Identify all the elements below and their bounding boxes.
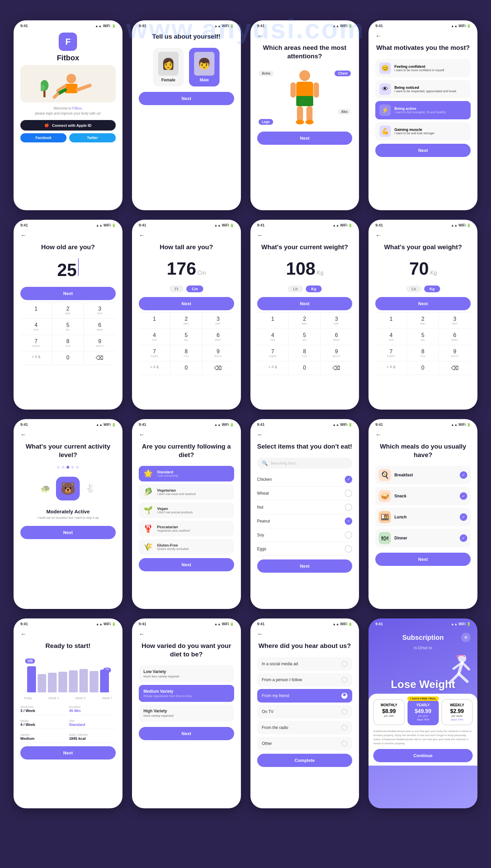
back-arrow-14[interactable]: ← [139,631,234,638]
back-arrow-6[interactable]: ← [139,232,234,239]
diet-gluten-free[interactable]: 🌾 Gluten-Free Gluten strictly excluded [139,539,234,555]
screen5-next-button[interactable]: Next [20,287,116,300]
meal-check-lunch[interactable]: ✓ [460,513,467,521]
screen2-next-button[interactable]: Next [139,92,234,105]
key-9[interactable]: 9WXYZ [84,335,116,351]
food-nut[interactable]: Nut [257,500,353,514]
key-4[interactable]: 4GHI [20,319,52,335]
food-search-bar[interactable]: 🔍 Searching food... [257,458,353,469]
meal-breakfast[interactable]: 🍳 Breakfast ✓ [375,466,471,484]
food-eggs[interactable]: Eggs [257,542,353,556]
meal-check-breakfast[interactable]: ✓ [460,471,467,479]
food-check-nut[interactable] [345,504,352,511]
key-2[interactable]: 2ABC [52,302,84,319]
motivation-item-2[interactable]: 👁 Being noticed I want to be respected, … [375,80,471,98]
screen8-next-button[interactable]: Next [375,297,471,310]
variety-medium[interactable]: Medium Variety Rotate ingredients from t… [139,685,234,702]
back-arrow-4[interactable]: ← [375,33,471,40]
key-7[interactable]: 7PQRS [20,335,52,351]
key-1[interactable]: 1 [20,302,52,319]
screen15-complete-button[interactable]: Complete [257,754,353,767]
facebook-button[interactable]: Facebook [20,133,67,142]
screen6-next-button[interactable]: Next [139,297,234,310]
subscription-continue-button[interactable]: Continue [373,749,473,762]
food-check-soy[interactable] [345,531,352,539]
food-peanut[interactable]: Peanut ✓ [257,514,353,528]
abs-tag[interactable]: Abs [338,109,351,115]
screen11-next-button[interactable]: Next [257,559,353,573]
goal-lb-btn[interactable]: Lb [406,285,421,292]
meal-check-dinner[interactable]: ✓ [460,534,467,542]
back-arrow-10[interactable]: ← [139,431,234,438]
sub-plan-monthly[interactable]: MONTHLY $8.99 per 28th [373,699,404,725]
food-check-wheat[interactable] [345,490,352,497]
meal-dinner[interactable]: 🍽 Dinner ✓ [375,529,471,547]
subscription-close-button[interactable]: ✕ [461,633,471,642]
chest-tag[interactable]: Chest [335,71,351,76]
gender-male-card[interactable]: 👦 Male [189,48,220,86]
key-backspace[interactable]: ⌫ [84,351,116,365]
meal-snack[interactable]: 🥪 Snack ✓ [375,487,471,505]
back-arrow-7[interactable]: ← [257,232,353,239]
back-arrow-3[interactable]: ← [257,33,353,40]
key-special[interactable]: + # & [20,351,52,365]
food-check-peanut[interactable]: ✓ [345,517,352,525]
food-soy[interactable]: Soy [257,528,353,542]
screen12-next-button[interactable]: Next [375,553,471,566]
motivation-item-3[interactable]: ⚡ Being active I want to feel energetic,… [375,101,471,119]
variety-high[interactable]: High Variety More variety expected [139,705,234,722]
source-other[interactable]: Other [257,737,353,750]
screen10-next-button[interactable]: Next [139,558,234,571]
food-check-eggs[interactable] [345,545,352,553]
gender-female-card[interactable]: 👩 Female [153,48,184,86]
sub-plan-weekly[interactable]: WEEKLY $2.99 per week Save 70% [441,699,473,725]
height-ft-btn[interactable]: Ft [169,285,184,292]
motivation-item-4[interactable]: 💪 Gaining muscle I want to be and look s… [375,122,471,140]
diet-vegetarian[interactable]: 🥬 Vegetarian I don't eat meat and seafoo… [139,484,234,500]
diet-vegan[interactable]: 🌱 Vegan I don't eat animal products [139,502,234,518]
screen7-next-button[interactable]: Next [257,297,353,310]
weight-kg-btn[interactable]: Kg [306,285,322,292]
screen4-next-button[interactable]: Next [375,144,471,157]
arms-tag[interactable]: Arms [259,71,274,76]
back-arrow-12[interactable]: ← [375,431,471,438]
back-arrow-13[interactable]: ← [20,631,116,638]
motivation-item-1[interactable]: 😊 Feeling confident I want to be more co… [375,59,471,77]
food-wheat[interactable]: Wheat [257,487,353,500]
screen13-next-button[interactable]: Next [20,746,116,760]
back-arrow-5[interactable]: ← [20,232,116,239]
weight-lb-btn[interactable]: Lb [288,285,303,292]
food-chicken[interactable]: Chicken ✓ [257,473,353,487]
key-5[interactable]: 5JKL [52,319,84,335]
source-social-media[interactable]: In a social media ad [257,657,353,671]
meal-lunch[interactable]: 🍱 Lunch ✓ [375,508,471,526]
source-tv[interactable]: On TV [257,705,353,718]
source-person-follow[interactable]: From a person I follow [257,673,353,687]
variety-low[interactable]: Low Variety Much less variety required [139,665,234,682]
stat-diet: Diet Standard [69,717,115,729]
food-check-chicken[interactable]: ✓ [345,476,352,483]
source-radio-item[interactable]: From the radio [257,721,353,734]
key-6[interactable]: 6MNO [84,319,116,335]
goal-kg-btn[interactable]: Kg [424,285,440,292]
body-figure: Arms Chest Abs Legs [257,67,353,128]
diet-pescatarian[interactable]: 🦞 Pescatarian Vegetarian plus seafood [139,521,234,536]
key-3[interactable]: 3DEF [84,302,116,319]
twitter-button[interactable]: Twitter [69,133,115,142]
sub-plan-yearly[interactable]: 7 DAYS FREE TRIAL YEARLY $49.99 per year… [408,699,439,725]
screen3-next-button[interactable]: Next [257,132,353,145]
back-arrow-8[interactable]: ← [375,232,471,239]
screen14-next-button[interactable]: Next [139,727,234,740]
back-arrow-11[interactable]: ← [257,431,353,438]
source-friend[interactable]: From my friend [257,689,353,703]
back-arrow-9[interactable]: ← [20,431,116,438]
back-arrow-15[interactable]: ← [257,631,353,638]
height-cm-btn[interactable]: Cm [186,285,203,292]
key-8[interactable]: 8TUV [52,335,84,351]
apple-signin-button[interactable]: 🍎 Connect with Apple ID [20,120,116,131]
legs-tag[interactable]: Legs [259,119,273,125]
diet-standard[interactable]: 🌟 Standard I eat everything [139,466,234,481]
key-0[interactable]: 0 [52,351,84,365]
meal-check-snack[interactable]: ✓ [460,492,467,500]
screen9-next-button[interactable]: Next [20,526,116,539]
